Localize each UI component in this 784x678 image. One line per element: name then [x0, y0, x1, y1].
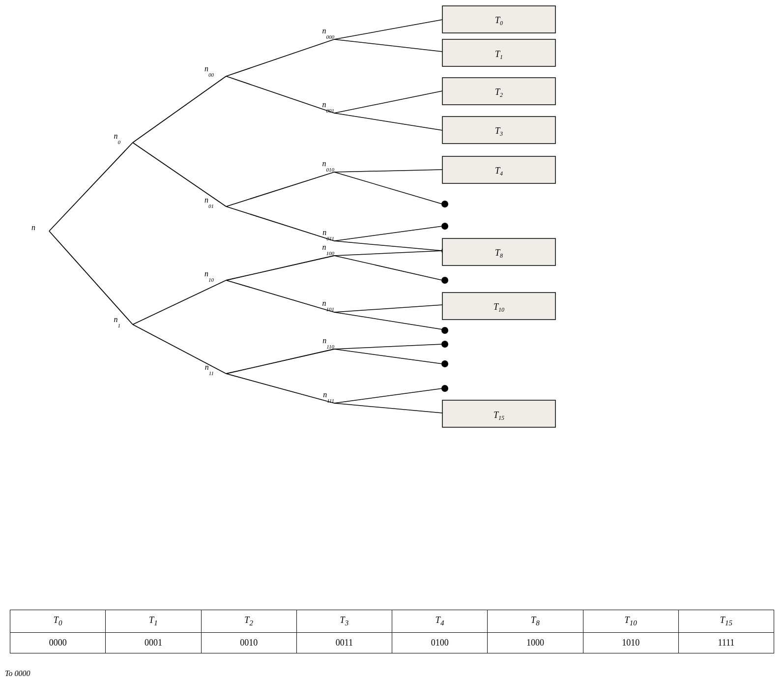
code-T10: 1010: [583, 633, 678, 653]
main-container: T0 T1 T2 T3 T4 T8 T10: [0, 0, 784, 678]
svg-line-23: [334, 256, 442, 280]
node-n0-label: n0: [114, 132, 121, 145]
svg-line-7: [226, 76, 334, 113]
dot-n011-1: [441, 223, 448, 230]
node-n001-label: n001: [322, 100, 335, 114]
table-section: T0 T1 T2 T3 T4 T8 T10 T15 0000 0001 0010…: [10, 610, 774, 653]
caption-text: To 0000: [5, 669, 30, 678]
node-n00-label: n00: [204, 64, 214, 78]
node-n-label: n: [31, 223, 35, 232]
node-n111-label: n111: [323, 390, 334, 404]
svg-line-9: [226, 206, 334, 241]
th-T0: T0: [10, 610, 106, 633]
node-n011-label: n011: [322, 228, 334, 241]
th-T10: T10: [583, 610, 678, 633]
dot-n110-1: [441, 341, 448, 348]
th-T3: T3: [296, 610, 392, 633]
svg-line-13: [226, 374, 334, 403]
svg-line-8: [226, 172, 334, 206]
dot-n101: [441, 327, 448, 334]
svg-line-22: [334, 251, 442, 256]
svg-line-25: [334, 312, 442, 329]
svg-line-20: [334, 226, 442, 241]
svg-line-15: [334, 39, 442, 52]
svg-line-11: [226, 280, 334, 312]
svg-line-3: [133, 143, 226, 206]
svg-line-12: [226, 349, 334, 374]
node-n1-label: n1: [114, 315, 121, 328]
dot-n010-2: [441, 201, 448, 207]
svg-line-19: [334, 172, 442, 204]
dot-n100: [441, 277, 448, 284]
node-n000-label: n000: [322, 27, 335, 40]
code-T15: 1111: [678, 633, 774, 653]
svg-line-16: [334, 91, 442, 113]
table-code-row: 0000 0001 0010 0011 0100 1000 1010 1111: [10, 633, 774, 653]
th-T8: T8: [488, 610, 583, 633]
svg-line-24: [334, 305, 442, 312]
dot-n110-2: [441, 360, 448, 367]
code-T1: 0001: [106, 633, 201, 653]
svg-line-18: [334, 170, 442, 172]
svg-line-29: [334, 403, 442, 413]
node-n10-label: n10: [204, 269, 214, 283]
svg-line-5: [133, 324, 226, 374]
node-n010-label: n010: [322, 159, 335, 173]
leaf-T15: [442, 400, 555, 427]
th-T4: T4: [392, 610, 488, 633]
th-T2: T2: [201, 610, 296, 633]
dot-n111-1: [441, 385, 448, 392]
svg-line-10: [226, 256, 334, 280]
table-header-row: T0 T1 T2 T3 T4 T8 T10 T15: [10, 610, 774, 633]
code-T2: 0010: [201, 633, 296, 653]
code-T8: 1000: [488, 633, 583, 653]
svg-line-6: [226, 39, 334, 76]
svg-line-21: [334, 241, 442, 251]
th-T15: T15: [678, 610, 774, 633]
node-n110-label: n110: [322, 336, 334, 350]
svg-line-26: [334, 344, 442, 349]
node-n01-label: n01: [204, 196, 214, 209]
svg-line-4: [133, 280, 226, 324]
th-T1: T1: [106, 610, 201, 633]
svg-line-2: [133, 76, 226, 143]
code-T4: 0100: [392, 633, 488, 653]
svg-line-1: [49, 231, 133, 324]
svg-line-0: [49, 143, 133, 231]
svg-line-17: [334, 113, 442, 130]
code-table: T0 T1 T2 T3 T4 T8 T10 T15 0000 0001 0010…: [10, 610, 774, 653]
svg-line-27: [334, 349, 442, 364]
code-T0: 0000: [10, 633, 106, 653]
node-n100-label: n100: [322, 243, 335, 256]
node-n101-label: n101: [322, 299, 335, 312]
svg-line-28: [334, 388, 442, 403]
svg-line-14: [334, 20, 442, 39]
code-T3: 0011: [296, 633, 392, 653]
tree-diagram: T0 T1 T2 T3 T4 T8 T10: [0, 0, 784, 452]
